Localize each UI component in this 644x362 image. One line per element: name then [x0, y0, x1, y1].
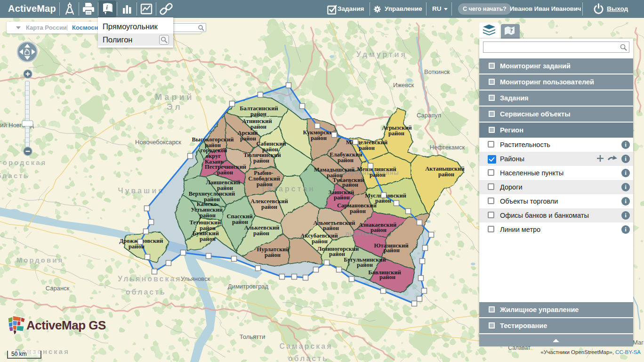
svg-text:район: район — [250, 123, 266, 130]
svg-text:Димитровград: Димитровград — [228, 283, 269, 290]
svg-text:район: район — [357, 262, 373, 268]
svg-text:район: район — [375, 197, 391, 204]
svg-text:район: район — [359, 145, 375, 151]
svg-text:район: район — [253, 157, 269, 164]
svg-text:Ульяновск: Ульяновск — [181, 275, 210, 282]
svg-text:Марий: Марий — [155, 92, 194, 102]
svg-text:район: район — [338, 157, 354, 164]
svg-text:район: район — [370, 227, 386, 233]
svg-text:Нефтекамск: Нефтекамск — [430, 144, 465, 151]
svg-text:Сарапул: Сарапул — [417, 112, 441, 119]
svg-text:район: район — [384, 247, 400, 254]
svg-text:бласть: бласть — [0, 172, 30, 180]
svg-text:область: область — [126, 288, 166, 296]
svg-text:Саранск: Саранск — [46, 285, 70, 292]
svg-text:район: район — [312, 238, 328, 245]
svg-text:район: район — [334, 194, 350, 201]
svg-text:район: район — [379, 274, 395, 280]
svg-text:Эл: Эл — [167, 102, 183, 112]
svg-text:район: район — [323, 225, 339, 231]
svg-text:Чувашия: Чувашия — [118, 187, 164, 195]
svg-text:Тольятти: Тольятти — [240, 333, 265, 340]
svg-text:Ижевск: Ижевск — [393, 82, 414, 89]
svg-text:район: район — [329, 251, 345, 257]
svg-text:район: район — [217, 169, 233, 176]
svg-text:Удмуртия: Удмуртия — [356, 50, 407, 58]
svg-text:район: район — [388, 130, 404, 137]
svg-text:район: район — [311, 135, 327, 141]
svg-text:?: ? — [510, 27, 513, 34]
svg-text:район: район — [350, 208, 366, 214]
svg-text:район: район — [257, 181, 273, 188]
svg-text:район: район — [261, 204, 277, 210]
svg-text:район: район — [200, 236, 216, 242]
svg-text:район: район — [438, 171, 454, 178]
svg-text:Ульяновская: Ульяновская — [118, 275, 181, 283]
svg-text:Самарская: Самарская — [279, 342, 332, 350]
svg-text:i: i — [106, 4, 108, 11]
svg-text:район: район — [200, 212, 216, 219]
svg-text:район: район — [265, 252, 281, 258]
svg-text:район: район — [250, 111, 266, 117]
svg-text:район: район — [370, 172, 386, 178]
svg-text:район: район — [342, 181, 358, 188]
svg-text:область: область — [288, 354, 329, 362]
svg-text:Мордовия: Мордовия — [16, 256, 64, 264]
svg-text:Воткинск: Воткинск — [424, 68, 450, 75]
svg-text:Магнитогорск: Магнитогорск — [633, 339, 644, 346]
svg-text:Новочебоксарск: Новочебоксарск — [135, 139, 181, 146]
svg-text:район: район — [253, 230, 269, 237]
svg-text:район: район — [240, 135, 256, 142]
